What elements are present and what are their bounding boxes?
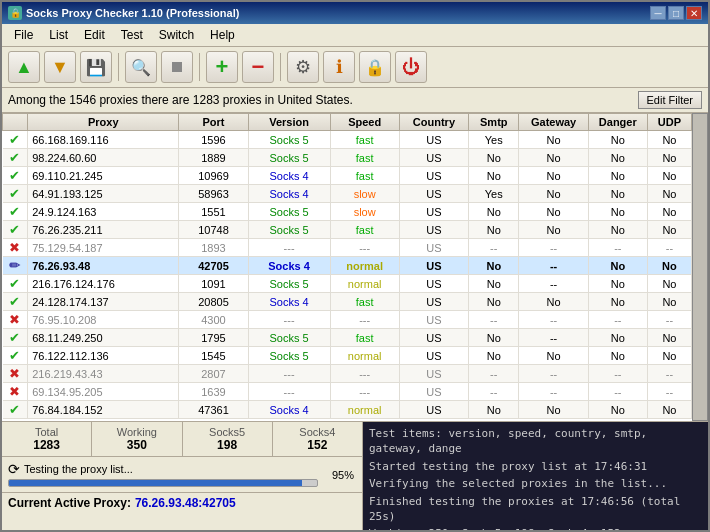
cell-smtp: -- (469, 239, 519, 257)
title-bar: 🔒 Socks Proxy Checker 1.10 (Professional… (2, 2, 708, 24)
cell-port: 10748 (179, 221, 248, 239)
cell-smtp: Yes (469, 185, 519, 203)
stop-button[interactable]: ⏹ (161, 51, 193, 83)
stat-working-value: 350 (100, 438, 173, 452)
app-icon: 🔒 (8, 6, 22, 20)
table-row[interactable]: ✖ 69.134.95.205 1639 --- --- US -- -- --… (3, 383, 692, 401)
cell-proxy: 216.176.124.176 (28, 275, 179, 293)
table-row[interactable]: ✔ 76.26.235.211 10748 Socks 5 fast US No… (3, 221, 692, 239)
cell-danger: No (588, 275, 647, 293)
cell-speed: normal (330, 257, 399, 275)
cell-version: Socks 5 (248, 149, 330, 167)
cell-speed: --- (330, 239, 399, 257)
cell-version: --- (248, 365, 330, 383)
table-row[interactable]: ✔ 69.110.21.245 10969 Socks 4 fast US No… (3, 167, 692, 185)
table-row[interactable]: ✖ 75.129.54.187 1893 --- --- US -- -- --… (3, 239, 692, 257)
cell-version: Socks 4 (248, 401, 330, 419)
cell-udp: No (647, 293, 691, 311)
log-panel: Test items: version, speed, country, smt… (362, 422, 708, 530)
progress-percent: 95% (324, 457, 362, 492)
cell-version: --- (248, 383, 330, 401)
cell-status: ✏ (3, 257, 28, 275)
menu-test[interactable]: Test (113, 26, 151, 44)
cell-proxy: 75.129.54.187 (28, 239, 179, 257)
log-line-5: Working: 350, Socks5: 198, Socks4: 152 (369, 526, 702, 530)
cell-country: US (399, 149, 468, 167)
cell-version: Socks 5 (248, 329, 330, 347)
download-button[interactable]: ▼ (44, 51, 76, 83)
menu-switch[interactable]: Switch (151, 26, 202, 44)
cell-smtp: No (469, 149, 519, 167)
power-button[interactable]: ⏻ (395, 51, 427, 83)
table-row[interactable]: ✖ 216.219.43.43 2807 --- --- US -- -- --… (3, 365, 692, 383)
cell-udp: No (647, 149, 691, 167)
cell-country: US (399, 383, 468, 401)
table-row[interactable]: ✔ 76.122.112.136 1545 Socks 5 normal US … (3, 347, 692, 365)
info-button[interactable]: ℹ (323, 51, 355, 83)
stat-socks5-value: 198 (191, 438, 264, 452)
menu-file[interactable]: File (6, 26, 41, 44)
cell-proxy: 76.84.184.152 (28, 401, 179, 419)
cell-proxy: 24.9.124.163 (28, 203, 179, 221)
log-line-3: Verifying the selected proxies in the li… (369, 476, 702, 491)
menu-edit[interactable]: Edit (76, 26, 113, 44)
cell-danger: No (588, 131, 647, 149)
cell-gateway: No (519, 221, 588, 239)
cell-proxy: 69.110.21.245 (28, 167, 179, 185)
table-row[interactable]: ✔ 68.11.249.250 1795 Socks 5 fast US No … (3, 329, 692, 347)
stat-socks4: Socks4 152 (273, 422, 362, 456)
table-row[interactable]: ✔ 66.168.169.116 1596 Socks 5 fast US Ye… (3, 131, 692, 149)
status-icon: ✔ (9, 204, 20, 219)
menu-list[interactable]: List (41, 26, 76, 44)
cell-udp: No (647, 329, 691, 347)
settings-button[interactable]: ⚙ (287, 51, 319, 83)
table-row[interactable]: ✏ 76.26.93.48 42705 Socks 4 normal US No… (3, 257, 692, 275)
cell-country: US (399, 329, 468, 347)
active-proxy-row: Current Active Proxy: 76.26.93.48:42705 (2, 493, 362, 513)
stat-total-label: Total (10, 426, 83, 438)
status-icon: ✖ (9, 312, 20, 327)
cell-speed: normal (330, 401, 399, 419)
status-icon: ✔ (9, 276, 20, 291)
minimize-button[interactable]: ─ (650, 6, 666, 20)
lock-button[interactable]: 🔒 (359, 51, 391, 83)
stat-socks4-value: 152 (281, 438, 354, 452)
cell-version: Socks 5 (248, 275, 330, 293)
table-row[interactable]: ✔ 24.128.174.137 20805 Socks 4 fast US N… (3, 293, 692, 311)
save-button[interactable]: 💾 (80, 51, 112, 83)
cell-speed: slow (330, 185, 399, 203)
table-row[interactable]: ✔ 98.224.60.60 1889 Socks 5 fast US No N… (3, 149, 692, 167)
menu-help[interactable]: Help (202, 26, 243, 44)
table-row[interactable]: ✔ 24.9.124.163 1551 Socks 5 slow US No N… (3, 203, 692, 221)
cell-gateway: -- (519, 239, 588, 257)
cell-gateway: No (519, 203, 588, 221)
cell-port: 1545 (179, 347, 248, 365)
table-row[interactable]: ✔ 64.91.193.125 58963 Socks 4 slow US Ye… (3, 185, 692, 203)
vertical-scrollbar[interactable] (692, 113, 708, 421)
table-row[interactable]: ✔ 76.84.184.152 47361 Socks 4 normal US … (3, 401, 692, 419)
cell-port: 4300 (179, 311, 248, 329)
cell-status: ✔ (3, 221, 28, 239)
table-scroll-area[interactable]: Proxy Port Version Speed Country Smtp Ga… (2, 113, 692, 421)
cell-udp: No (647, 221, 691, 239)
stats-row: Total 1283 Working 350 Socks5 198 Socks4… (2, 422, 362, 457)
add-button[interactable]: + (206, 51, 238, 83)
table-row[interactable]: ✖ 76.95.10.208 4300 --- --- US -- -- -- … (3, 311, 692, 329)
cell-port: 58963 (179, 185, 248, 203)
close-button[interactable]: ✕ (686, 6, 702, 20)
remove-button[interactable]: − (242, 51, 274, 83)
search-button[interactable]: 🔍 (125, 51, 157, 83)
cell-proxy: 69.134.95.205 (28, 383, 179, 401)
status-icon: ✔ (9, 132, 20, 147)
stat-working: Working 350 (92, 422, 182, 456)
open-button[interactable]: ▲ (8, 51, 40, 83)
col-status (3, 114, 28, 131)
table-row[interactable]: ✔ 216.176.124.176 1091 Socks 5 normal US… (3, 275, 692, 293)
cell-speed: fast (330, 293, 399, 311)
maximize-button[interactable]: □ (668, 6, 684, 20)
cell-danger: No (588, 293, 647, 311)
edit-filter-button[interactable]: Edit Filter (638, 91, 702, 109)
col-gateway: Gateway (519, 114, 588, 131)
cell-smtp: Yes (469, 131, 519, 149)
cell-status: ✔ (3, 329, 28, 347)
